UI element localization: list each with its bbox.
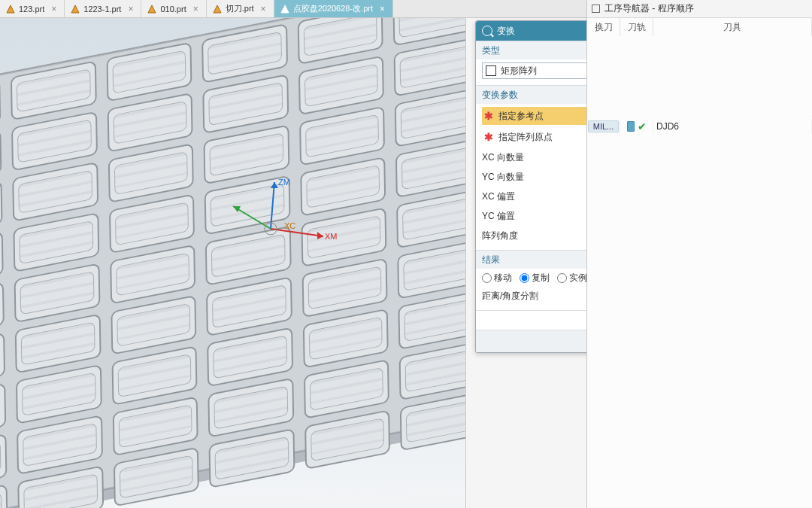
rect-array-icon xyxy=(486,65,496,76)
svg-marker-4 xyxy=(281,5,289,13)
checkbox-icon[interactable] xyxy=(592,5,600,13)
file-tab[interactable]: 切刀.prt × xyxy=(207,0,274,17)
navigator-title: 工序导航器 - 程序顺序 xyxy=(604,2,694,15)
close-icon[interactable]: × xyxy=(193,5,198,14)
navigator-title-bar[interactable]: 工序导航器 - 程序顺序 xyxy=(587,0,812,18)
navigator-body[interactable]: MIL... ✔ DJD6 xyxy=(587,36,812,508)
search-icon[interactable] xyxy=(482,26,492,36)
section-header-type: 类型 xyxy=(482,44,500,57)
section-header-params: 变换参数 xyxy=(482,89,518,102)
part-icon xyxy=(6,5,15,14)
close-icon[interactable]: × xyxy=(261,5,266,14)
part-icon xyxy=(71,5,80,14)
file-tab[interactable]: 010.prt × xyxy=(141,0,206,17)
checkmark-icon: ✔ xyxy=(638,120,647,132)
radio-move[interactable]: 移动 xyxy=(482,272,512,284)
operation-navigator: 工序导航器 - 程序顺序 换刀 刀轨 刀具 MIL... ✔ DJD6 xyxy=(586,0,812,508)
model-viewport[interactable]: XM ZM XC xyxy=(0,18,466,508)
tool-name: DJD6 xyxy=(656,121,679,132)
close-icon[interactable]: × xyxy=(128,5,133,14)
navigator-columns: 换刀 刀轨 刀具 xyxy=(587,18,812,36)
table-row[interactable]: MIL... ✔ DJD6 xyxy=(587,119,812,134)
svg-marker-3 xyxy=(214,5,221,13)
required-asterisk-icon: ✱ xyxy=(483,131,494,143)
file-tab-strip: 123.prt × 1223-1.prt × 010.prt × 切刀.prt … xyxy=(0,0,586,18)
svg-marker-0 xyxy=(7,5,14,13)
section-header-result: 结果 xyxy=(482,254,500,266)
col-header-change-tool[interactable]: 换刀 xyxy=(587,18,620,36)
body-area: XM ZM XC 变换 ↶ ✕ 类型 ˄ xyxy=(0,18,812,508)
model-plate xyxy=(0,18,465,508)
file-tab[interactable]: 1223-1.prt × xyxy=(65,0,141,17)
svg-marker-2 xyxy=(148,5,156,13)
toolpath-icon xyxy=(627,121,635,132)
file-tab-label: 010.prt xyxy=(160,5,186,14)
part-icon xyxy=(280,5,289,14)
file-tab-active[interactable]: 点胶盘2020628-改.prt × xyxy=(274,0,393,17)
radio-instance[interactable]: 实例 xyxy=(557,272,587,284)
col-header-tool[interactable]: 刀具 xyxy=(653,18,812,36)
file-tab-label: 123.prt xyxy=(19,5,44,14)
svg-marker-1 xyxy=(71,5,79,13)
required-asterisk-icon: ✱ xyxy=(483,110,494,122)
file-tab[interactable]: 123.prt × xyxy=(0,0,65,17)
part-icon xyxy=(147,5,156,14)
file-tab-label: 1223-1.prt xyxy=(83,5,121,14)
part-icon xyxy=(213,5,222,14)
close-icon[interactable]: × xyxy=(51,5,56,14)
operation-chip[interactable]: MIL... xyxy=(588,120,620,132)
file-tab-label: 点胶盘2020628-改.prt xyxy=(293,3,373,14)
close-icon[interactable]: × xyxy=(380,5,385,14)
file-tab-label: 切刀.prt xyxy=(226,3,254,14)
radio-copy[interactable]: 复制 xyxy=(520,272,550,284)
col-header-toolpath[interactable]: 刀轨 xyxy=(620,18,653,36)
